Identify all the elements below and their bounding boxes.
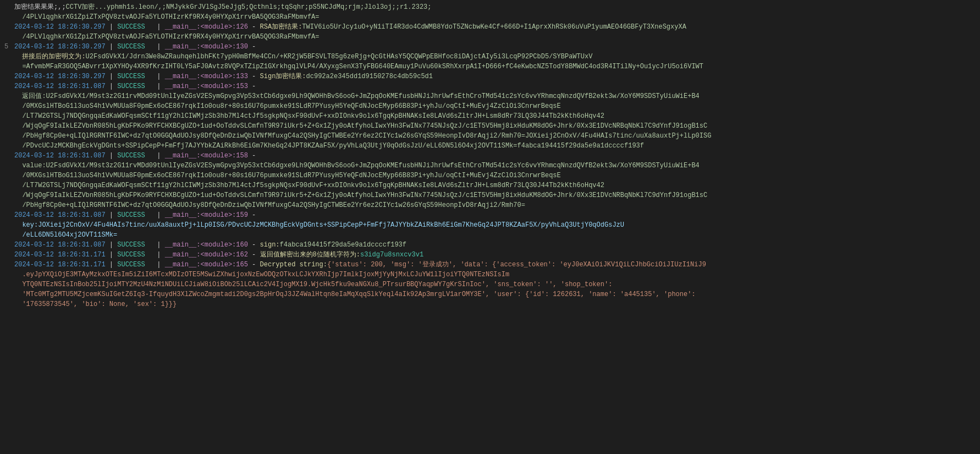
log-content: 加密结果果果;,;CCTV加密...yphmh1s.leon/,;NMJykkG… (4, 2, 976, 309)
terminal-output: 加密结果果果;,;CCTV加密...yphmh1s.leon/,;NMJykkG… (0, 0, 980, 311)
